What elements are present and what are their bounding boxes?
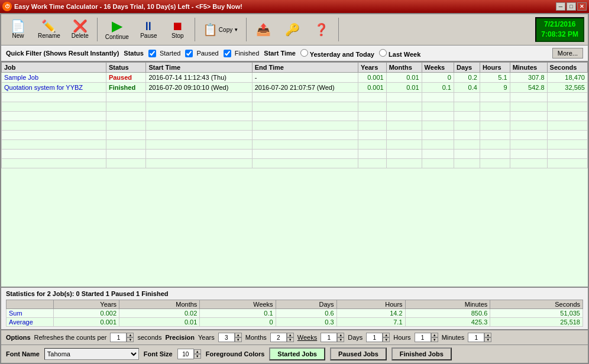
stats-months-cell: 0.01 <box>119 318 200 327</box>
font-size-up[interactable]: ▲ <box>194 349 201 354</box>
font-size-label: Font Size <box>144 350 173 358</box>
paused-checkbox[interactable] <box>185 50 193 57</box>
hours-up[interactable]: ▲ <box>431 333 438 337</box>
days-input[interactable] <box>366 333 383 342</box>
help-icon: ❓ <box>314 24 329 35</box>
empty-row <box>2 121 588 131</box>
last-week-radio[interactable] <box>379 49 387 57</box>
months-input[interactable] <box>270 333 287 342</box>
days-down[interactable]: ▼ <box>383 337 390 342</box>
table-row[interactable]: Sample Job Paused 2016-07-14 11:12:43 (T… <box>2 73 588 83</box>
export-button[interactable]: 📤 <box>250 21 277 38</box>
options-label: Options <box>6 334 31 341</box>
yesterday-radio[interactable] <box>300 49 308 57</box>
finished-checkbox[interactable] <box>224 50 231 57</box>
new-button[interactable]: 📄 New <box>5 18 31 41</box>
months-down[interactable]: ▼ <box>287 337 294 342</box>
stats-weeks-cell: 0 <box>200 318 276 327</box>
years-input[interactable] <box>218 333 235 342</box>
paused-filter: Paused <box>185 50 218 57</box>
delete-icon: ❌ <box>73 20 88 32</box>
minimize-button[interactable]: ─ <box>556 2 565 11</box>
weeks-cell: 0 <box>422 73 454 83</box>
date-display: 7/21/2016 <box>541 20 578 30</box>
empty-row <box>2 140 588 150</box>
days-up[interactable]: ▲ <box>383 333 390 337</box>
help-button[interactable]: ❓ <box>308 21 335 38</box>
bottom-bar: Font Name Tahoma Font Size ▲ ▼ Foregroun… <box>1 344 588 363</box>
font-size-input[interactable] <box>177 349 194 359</box>
started-filter-label: Started <box>160 50 180 57</box>
hours-input[interactable] <box>415 333 431 342</box>
years-precision-label: Years <box>198 334 215 341</box>
font-name-select[interactable]: Tahoma <box>44 348 139 360</box>
col-hours: Hours <box>480 63 510 73</box>
export-icon: 📤 <box>256 24 271 35</box>
months-precision-label: Months <box>245 334 267 341</box>
months-spinbox: ▲ ▼ <box>270 333 294 342</box>
hours-down[interactable]: ▼ <box>431 337 438 342</box>
rename-button[interactable]: ✏️ Rename <box>34 18 64 41</box>
table-header-row: Job Status Start Time End Time Years Mon… <box>2 63 588 73</box>
weeks-down[interactable]: ▼ <box>337 337 344 342</box>
close-button[interactable]: ✕ <box>577 2 587 11</box>
finished-filter-label: Finished <box>235 50 260 57</box>
stop-button[interactable]: ⏹ Stop <box>164 18 191 41</box>
continue-icon: ▶ <box>112 19 122 33</box>
started-checkbox[interactable] <box>148 50 156 57</box>
weeks-cell: 0.1 <box>422 83 454 93</box>
refresh-arrows: ▲ ▼ <box>127 333 134 342</box>
font-size-down[interactable]: ▼ <box>194 354 201 359</box>
stats-minutes-cell: 850.6 <box>405 309 490 318</box>
empty-row <box>2 93 588 102</box>
refresh-spinbox: 1 ▲ ▼ <box>110 333 134 342</box>
key-button[interactable]: 🔑 <box>279 21 306 38</box>
years-down[interactable]: ▼ <box>235 337 242 342</box>
maximize-button[interactable]: □ <box>567 2 576 11</box>
job-cell: Sample Job <box>2 73 106 83</box>
precision-label: Precision <box>165 334 195 341</box>
seconds-cell: 32,565 <box>547 83 587 93</box>
refresh-input[interactable]: 1 <box>110 333 127 342</box>
stats-col-months: Months <box>119 300 200 309</box>
last-week-radio-label: Last Week <box>379 49 420 58</box>
stats-years-cell: 0.002 <box>54 309 119 318</box>
weeks-spinbox: ▲ ▼ <box>321 333 344 342</box>
refresh-up[interactable]: ▲ <box>127 333 134 337</box>
stop-icon: ⏹ <box>171 20 183 32</box>
weeks-input[interactable] <box>321 333 337 342</box>
started-jobs-button[interactable]: Started Jobs <box>269 347 325 360</box>
stats-seconds-cell: 51,035 <box>490 309 583 318</box>
weeks-up[interactable]: ▲ <box>337 333 344 337</box>
minutes-down[interactable]: ▼ <box>484 337 491 342</box>
years-cell: 0.001 <box>358 83 386 93</box>
end-time-cell: - <box>252 73 358 83</box>
job-link[interactable]: Sample Job <box>4 74 38 81</box>
more-button[interactable]: More... <box>552 48 583 58</box>
table-row[interactable]: Quotation system for YYBZ Finished 2016-… <box>2 83 588 93</box>
started-filter: Started <box>148 50 180 57</box>
years-up[interactable]: ▲ <box>235 333 242 337</box>
minutes-up[interactable]: ▲ <box>484 333 491 337</box>
job-link[interactable]: Quotation system for YYBZ <box>4 84 83 91</box>
years-cell: 0.001 <box>358 73 386 83</box>
continue-button[interactable]: ▶ Continue <box>101 17 133 43</box>
months-up[interactable]: ▲ <box>287 333 294 337</box>
delete-button[interactable]: ❌ Delete <box>67 18 93 41</box>
days-cell: 0.2 <box>454 73 480 83</box>
paused-jobs-button[interactable]: Paused Jobs <box>330 347 387 360</box>
minutes-input[interactable] <box>468 333 484 342</box>
yesterday-radio-label: Yesterday and Today <box>300 49 374 58</box>
stats-row: Sum 0.002 0.02 0.1 0.6 14.2 850.6 51,035 <box>7 309 583 318</box>
font-name-label: Font Name <box>6 350 40 358</box>
copy-button[interactable]: 📋 Copy ▼ <box>199 21 242 38</box>
finished-jobs-button[interactable]: Finished Jobs <box>391 347 452 360</box>
end-time-cell: 2016-07-20 21:07:57 (Wed) <box>252 83 358 93</box>
copy-dropdown-arrow: ▼ <box>234 27 238 32</box>
refresh-down[interactable]: ▼ <box>127 337 134 342</box>
days-spinbox: ▲ ▼ <box>366 333 390 342</box>
refresh-text: Refreshes the counts per <box>34 334 107 341</box>
col-status: Status <box>106 63 146 73</box>
app-icon: ⏱ <box>2 2 12 11</box>
pause-button[interactable]: ⏸ Pause <box>135 18 162 41</box>
